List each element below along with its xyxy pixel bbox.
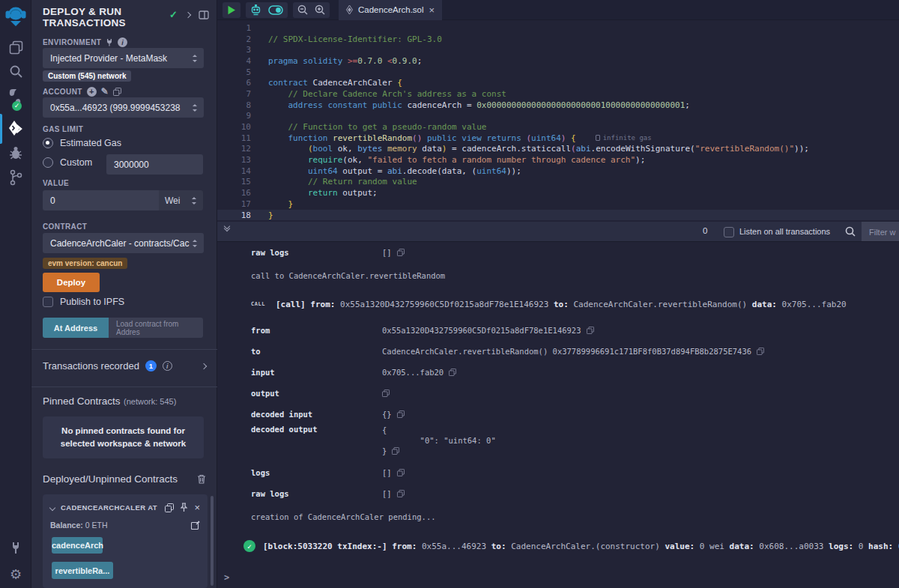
terminal-row[interactable]: CALL[call] from: 0x55a1320D432759960C5Df… (251, 288, 899, 320)
plugin-manager-icon[interactable] (0, 541, 31, 556)
code-line[interactable]: 14 uint64 output = abi.decode(data, (uin… (217, 166, 899, 177)
edit-balance-icon[interactable] (191, 521, 200, 530)
deploy-run-icon[interactable] (0, 120, 31, 138)
run-tile[interactable] (223, 2, 240, 18)
zoom-out-icon[interactable] (297, 4, 308, 15)
code-editor[interactable]: 12// SPDX-License-Identifier: GPL-3.034p… (217, 20, 899, 222)
at-address-button[interactable]: At Address (43, 318, 109, 338)
code-line[interactable]: 16 return output; (217, 187, 899, 198)
terminal-row[interactable]: creation of CadenceArchCaler pending... (251, 504, 899, 530)
expand-transactions-icon[interactable] (201, 363, 207, 369)
code-line[interactable]: 7 // Declare Cadence Arch's address as a… (217, 88, 899, 100)
copy-icon[interactable] (757, 348, 764, 355)
publish-ipfs-checkbox[interactable] (43, 297, 53, 307)
ai-assistant-robot-icon[interactable] (250, 4, 261, 16)
value-input[interactable]: 0 (43, 190, 159, 210)
ai-toggle-icon[interactable] (268, 5, 283, 15)
divider (31, 349, 217, 350)
code-line[interactable]: 13 require(ok, "failed to fetch a random… (217, 154, 899, 166)
select-stepper-icon (192, 103, 198, 112)
transactions-recorded-row[interactable]: Transactions recorded 1 i (43, 360, 206, 372)
environment-info-icon[interactable]: i (118, 37, 127, 47)
panel-scrollbar[interactable] (211, 496, 214, 586)
run-script-play-icon[interactable] (227, 5, 236, 15)
copy-icon[interactable] (397, 490, 405, 497)
close-tab-icon[interactable]: × (429, 4, 435, 16)
account-select[interactable]: 0x55a...46923 (999.9999453238 (43, 97, 204, 118)
code-line[interactable]: 17 } (217, 198, 899, 210)
value-unit-select[interactable]: Wei (159, 190, 203, 210)
code-line[interactable]: 10 // Function to get a pseudo-random va… (217, 121, 899, 133)
at-address-input[interactable]: Load contract from Addres (109, 318, 203, 338)
search-icon[interactable] (0, 64, 31, 79)
edit-account-icon[interactable]: ✎ (101, 86, 109, 97)
cadence-arch-button[interactable]: cadenceArch (52, 537, 103, 554)
code-line[interactable]: 18} (217, 210, 899, 221)
terminal-row[interactable]: decoded input{} (251, 404, 899, 425)
custom-gas-radio[interactable] (43, 157, 53, 168)
zoom-in-icon[interactable] (315, 4, 325, 15)
code-line[interactable]: 9 (217, 111, 899, 122)
collapse-terminal-icon[interactable] (225, 226, 229, 231)
estimated-gas-radio[interactable] (43, 138, 53, 148)
deploy-button[interactable]: Deploy (43, 273, 100, 292)
terminal-prompt[interactable]: > (224, 572, 229, 583)
terminal-row[interactable]: decoded output{ "0": "uint64: 0"} (251, 425, 899, 456)
contract-select[interactable]: CadenceArchCaler - contracts/Cac (43, 233, 204, 253)
publish-ipfs-row[interactable]: Publish to IPFS (43, 297, 124, 307)
terminal-row[interactable]: raw logs[] (251, 483, 899, 504)
copy-account-icon[interactable] (113, 88, 121, 96)
code-line[interactable]: 15 // Return random value (217, 177, 899, 188)
code-line[interactable]: 8 address constant public cadenceArch = … (217, 100, 899, 111)
code-line[interactable]: 4pragma solidity >=0.7.0 <0.9.0; (217, 55, 899, 67)
debugger-icon[interactable] (0, 145, 31, 160)
add-account-icon[interactable]: + (87, 87, 97, 97)
code-line[interactable]: 11 function revertibleRandom() public vi… (217, 133, 899, 144)
plug-icon[interactable] (106, 38, 113, 46)
copy-icon[interactable] (449, 369, 456, 376)
copy-icon[interactable] (397, 410, 405, 418)
copy-icon[interactable] (587, 327, 594, 334)
close-card-icon[interactable]: × (194, 502, 200, 513)
terminal-journal[interactable]: raw logs[]call to CadenceArchCaler.rever… (217, 242, 899, 568)
estimated-gas-option[interactable]: Estimated Gas (43, 138, 121, 148)
filter-transactions-input[interactable]: Filter w (862, 222, 899, 242)
git-icon[interactable] (0, 169, 31, 186)
solidity-compiler-icon[interactable]: ✓ (0, 88, 31, 108)
terminal-search-icon[interactable] (845, 226, 856, 237)
copy-icon[interactable] (392, 447, 399, 455)
settings-gear-icon[interactable]: ⚙ (0, 566, 31, 583)
collapse-card-icon[interactable] (49, 504, 55, 510)
custom-gas-input[interactable]: 3000000 (106, 154, 203, 175)
code-line[interactable]: 6contract CadenceArchCaler { (217, 77, 899, 88)
copy-icon[interactable] (397, 469, 405, 476)
file-explorer-icon[interactable] (0, 40, 31, 55)
chevron-right-icon[interactable] (185, 11, 191, 17)
code-line[interactable]: 12 (bool ok, bytes memory data) = cadenc… (217, 144, 899, 155)
copy-icon[interactable] (382, 390, 390, 397)
terminal-row[interactable]: input0x705...fab20 (251, 362, 899, 383)
code-line[interactable]: 1 (217, 22, 899, 34)
listen-all-checkbox[interactable] (724, 227, 734, 237)
code-line[interactable]: 2// SPDX-License-Identifier: GPL-3.0 (217, 34, 899, 45)
split-view-icon[interactable] (199, 10, 209, 19)
code-line[interactable]: 3 (217, 44, 899, 55)
terminal-row[interactable]: toCadenceArchCaler.revertibleRandom() 0x… (251, 341, 899, 362)
pin-icon[interactable] (180, 503, 188, 512)
environment-select[interactable]: Injected Provider - MetaMask (43, 48, 204, 68)
copy-address-icon[interactable] (165, 503, 174, 512)
custom-gas-option[interactable]: Custom (43, 157, 92, 168)
terminal-row[interactable]: from0x55a1320D432759960C5Df0215a8dF78e1E… (251, 320, 899, 341)
trash-icon[interactable] (197, 474, 206, 484)
terminal-row[interactable]: raw logs[] (251, 242, 899, 263)
terminal-row[interactable]: call to CadenceArchCaler.revertibleRando… (251, 263, 899, 288)
terminal-row[interactable]: logs[] (251, 462, 899, 483)
transactions-info-icon[interactable]: i (163, 361, 172, 371)
terminal-row[interactable]: output (251, 383, 899, 404)
copy-icon[interactable] (397, 249, 405, 256)
tab-cadencearch-sol[interactable]: CadenceArch.sol × (339, 0, 442, 20)
revertible-random-button[interactable]: revertibleRa... (52, 562, 113, 579)
evm-version-badge: evm version: cancun (43, 258, 127, 269)
code-line[interactable]: 5 (217, 67, 899, 78)
terminal-row[interactable]: ✓[block:5033220 txIndex:-] from: 0x55a..… (243, 530, 899, 563)
